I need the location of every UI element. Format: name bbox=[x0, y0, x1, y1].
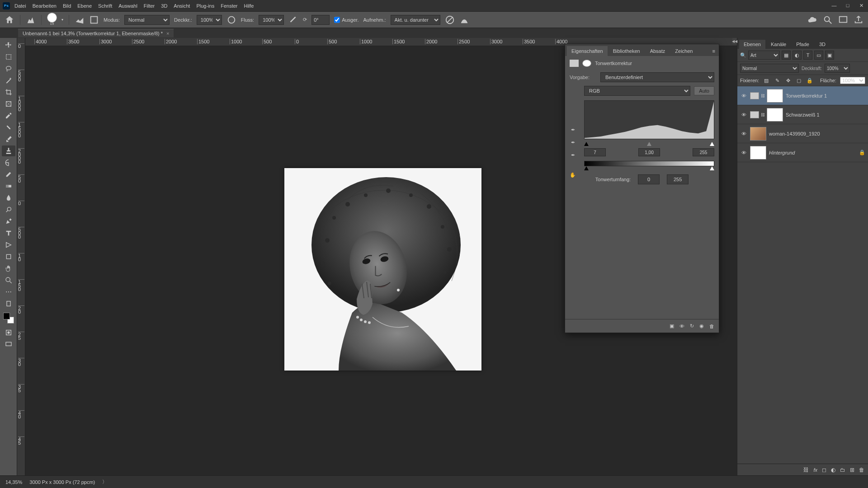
mid-input[interactable] bbox=[638, 148, 660, 156]
pressure-size-icon[interactable] bbox=[459, 15, 469, 25]
output-gradient[interactable] bbox=[584, 161, 714, 166]
visibility-icon[interactable]: 👁 bbox=[740, 112, 747, 117]
menu-ansicht[interactable]: Ansicht bbox=[174, 3, 190, 9]
filter-shape-icon[interactable]: ▭ bbox=[814, 51, 823, 60]
delete-layer-icon[interactable]: 🗑 bbox=[859, 467, 864, 473]
visibility-icon[interactable]: 👁 bbox=[740, 131, 747, 136]
crop-tool[interactable] bbox=[2, 87, 15, 98]
filter-type-select[interactable]: Art bbox=[748, 51, 780, 60]
stamp-tool[interactable] bbox=[2, 145, 15, 156]
quickmask-icon[interactable] bbox=[2, 327, 15, 338]
preset-select[interactable]: Benutzerdefiniert bbox=[600, 72, 714, 82]
blur-tool[interactable] bbox=[2, 192, 15, 203]
filter-adjust-icon[interactable]: ◐ bbox=[793, 51, 802, 60]
out-white-slider[interactable] bbox=[710, 166, 714, 170]
tab-eigenschaften[interactable]: Eigenschaften bbox=[567, 46, 608, 56]
path-tool[interactable] bbox=[2, 239, 15, 250]
image-thumb[interactable] bbox=[750, 127, 766, 141]
link-layers-icon[interactable]: ⛓ bbox=[803, 467, 809, 473]
black-eyedropper-icon[interactable]: ✒ bbox=[569, 126, 577, 134]
tab-3d[interactable]: 3D bbox=[815, 40, 830, 49]
close-button[interactable]: ✕ bbox=[857, 3, 865, 9]
layer-opacity-select[interactable]: 100% bbox=[825, 64, 850, 73]
brush-panel-icon[interactable] bbox=[89, 15, 99, 25]
screenmode-icon[interactable] bbox=[2, 339, 15, 350]
shape-tool[interactable] bbox=[2, 251, 15, 262]
bg-thumb[interactable] bbox=[750, 146, 766, 160]
layer-fx-icon[interactable]: fx bbox=[813, 467, 817, 473]
lock-artboard-icon[interactable]: ▢ bbox=[795, 77, 802, 84]
lock-position-icon[interactable]: ✥ bbox=[784, 77, 792, 84]
black-slider[interactable] bbox=[584, 142, 589, 146]
mask-thumb[interactable] bbox=[767, 89, 783, 103]
home-icon[interactable] bbox=[5, 15, 14, 25]
visibility-icon[interactable]: 👁 bbox=[740, 150, 747, 155]
more-tools[interactable]: ⋯ bbox=[2, 286, 15, 297]
wand-tool[interactable] bbox=[2, 75, 15, 86]
tab-kanaele[interactable]: Kanäle bbox=[766, 40, 791, 49]
visibility-icon[interactable]: 👁 bbox=[740, 93, 747, 99]
aligned-checkbox[interactable]: Ausger. bbox=[334, 15, 359, 25]
maximize-button[interactable]: □ bbox=[844, 3, 852, 9]
search-icon[interactable] bbox=[823, 15, 833, 25]
eraser-tool[interactable] bbox=[2, 169, 15, 180]
white-eyedropper-icon[interactable]: ✒ bbox=[569, 151, 577, 159]
workspace-icon[interactable] bbox=[838, 15, 848, 25]
menu-filter[interactable]: Filter bbox=[144, 3, 155, 9]
heal-tool[interactable] bbox=[2, 122, 15, 133]
pen-tool[interactable] bbox=[2, 216, 15, 227]
auto-button[interactable]: Auto bbox=[694, 86, 714, 95]
gray-eyedropper-icon[interactable]: ✒ bbox=[569, 138, 577, 146]
sample-select[interactable]: Akt. u. darunter bbox=[391, 15, 440, 25]
aligned-check[interactable] bbox=[334, 15, 340, 25]
view-previous-icon[interactable]: 👁 bbox=[679, 324, 684, 329]
brush-tool[interactable] bbox=[2, 134, 15, 145]
input-sliders[interactable] bbox=[584, 142, 714, 148]
menu-3d[interactable]: 3D bbox=[161, 3, 167, 9]
marquee-tool[interactable] bbox=[2, 52, 15, 62]
hand-tool[interactable] bbox=[2, 263, 15, 274]
layer-name[interactable]: Tonwertkorrektur 1 bbox=[786, 93, 865, 99]
lock-transparent-icon[interactable]: ▨ bbox=[763, 77, 770, 84]
eyedropper-tool[interactable] bbox=[2, 110, 15, 121]
tab-bibliotheken[interactable]: Bibliotheken bbox=[609, 46, 645, 56]
properties-panel[interactable]: Eigenschaften Bibliotheken Absatz Zeiche… bbox=[565, 44, 719, 333]
clip-icon[interactable]: ▣ bbox=[670, 323, 674, 329]
blend-mode-select[interactable]: Normal bbox=[740, 64, 799, 73]
chevron-down-icon[interactable]: ▾ bbox=[61, 18, 63, 22]
layer-row[interactable]: 👁Hintergrund🔒 bbox=[737, 143, 868, 162]
close-tab-icon[interactable]: × bbox=[166, 31, 169, 36]
menu-hilfe[interactable]: Hilfe bbox=[244, 3, 254, 9]
tab-absatz[interactable]: Absatz bbox=[646, 46, 670, 56]
lock-paint-icon[interactable]: ✎ bbox=[774, 77, 781, 84]
history-brush-tool[interactable] bbox=[2, 157, 15, 168]
zoom-tool[interactable] bbox=[2, 275, 15, 286]
lock-all-icon[interactable]: 🔒 bbox=[806, 77, 813, 84]
flow-select[interactable]: 100% bbox=[259, 15, 284, 25]
opacity-select[interactable]: 100% bbox=[197, 15, 222, 25]
blend-mode-select[interactable]: Normal bbox=[124, 15, 170, 25]
document-canvas[interactable] bbox=[284, 168, 481, 371]
white-input[interactable] bbox=[693, 148, 714, 156]
layer-row[interactable]: 👁⛓Schwarzweiß 1 bbox=[737, 105, 868, 124]
mask-thumb[interactable] bbox=[767, 108, 783, 122]
tab-pfade[interactable]: Pfade bbox=[792, 40, 814, 49]
filter-smart-icon[interactable]: ▣ bbox=[825, 51, 834, 60]
mask-icon[interactable] bbox=[582, 60, 591, 67]
new-layer-icon[interactable]: ⊞ bbox=[850, 467, 854, 473]
tab-zeichen[interactable]: Zeichen bbox=[670, 46, 697, 56]
gradient-tool[interactable] bbox=[2, 181, 15, 192]
out-white-input[interactable] bbox=[667, 174, 689, 184]
cloud-icon[interactable] bbox=[807, 15, 817, 25]
type-tool[interactable] bbox=[2, 228, 15, 239]
layer-row[interactable]: 👁woman-1439909_1920 bbox=[737, 124, 868, 143]
output-sliders[interactable] bbox=[584, 166, 714, 173]
tool-preset-icon[interactable] bbox=[26, 15, 36, 25]
document-tab[interactable]: Unbenannt-1 bei 14,3% (Tonwertkorrektur … bbox=[18, 29, 174, 38]
layer-name[interactable]: Hintergrund bbox=[769, 150, 856, 155]
white-slider[interactable] bbox=[710, 142, 714, 146]
edit-toolbar-icon[interactable] bbox=[2, 298, 15, 309]
ignore-adjust-icon[interactable] bbox=[445, 15, 455, 25]
foreground-color[interactable] bbox=[3, 313, 10, 319]
status-arrow-icon[interactable]: 〉 bbox=[102, 479, 107, 485]
